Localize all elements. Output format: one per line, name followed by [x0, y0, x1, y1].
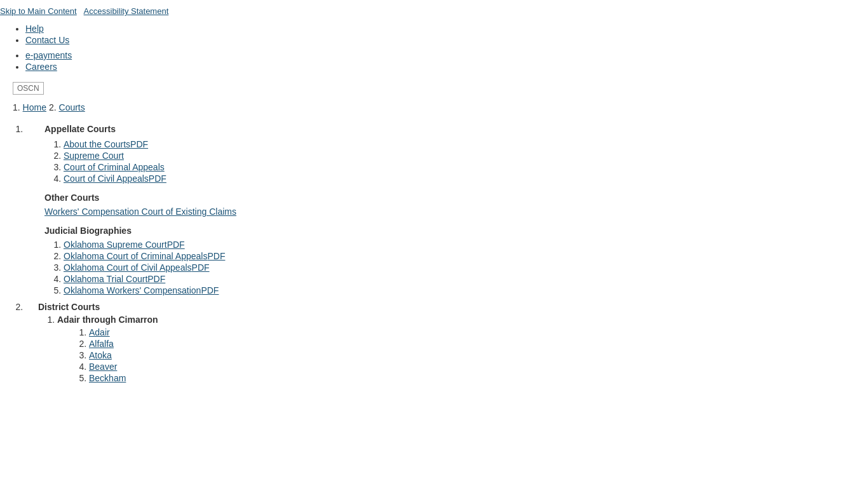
careers-link[interactable]: Careers: [25, 62, 57, 72]
appellate-link-item-3: Court of Criminal Appeals: [64, 162, 855, 172]
bio-link-item-2: Oklahoma Court of Criminal AppealsPDF: [64, 251, 855, 261]
logo-area: OSCN: [0, 77, 868, 100]
district-courts-heading: District Courts: [38, 302, 100, 312]
county-adair: Adair: [89, 327, 855, 337]
breadcrumb-home: Home: [13, 102, 46, 112]
nav-epayments-item: e-payments: [25, 50, 868, 60]
adair-cimarron-heading: Adair through Cimarron: [57, 315, 158, 325]
civil-appeals-link[interactable]: Court of Civil AppealsPDF: [64, 173, 166, 184]
adair-link[interactable]: Adair: [89, 327, 110, 337]
bio-criminal-appeals-link[interactable]: Oklahoma Court of Criminal AppealsPDF: [64, 251, 225, 261]
bio-link-item-5: Oklahoma Workers' CompensationPDF: [64, 285, 855, 295]
county-alfalfa: Alfalfa: [89, 339, 855, 349]
bio-trial-court-link[interactable]: Oklahoma Trial CourtPDF: [64, 274, 165, 284]
courts-section-list: Appellate Courts About the CourtsPDF Sup…: [13, 124, 855, 383]
site-logo: OSCN: [13, 82, 44, 95]
main-content: Appellate Courts About the CourtsPDF Sup…: [0, 124, 868, 396]
accessibility-statement-link[interactable]: Accessibility Statement: [84, 6, 169, 16]
breadcrumb-home-link[interactable]: Home: [23, 102, 46, 112]
appellate-link-item-2: Supreme Court: [64, 151, 855, 161]
top-nav-group1: Help Contact Us: [13, 24, 868, 45]
other-courts-heading: Other Courts: [44, 193, 855, 203]
county-atoka: Atoka: [89, 350, 855, 360]
county-beaver: Beaver: [89, 362, 855, 372]
nav-help-item: Help: [25, 24, 868, 34]
beaver-link[interactable]: Beaver: [89, 362, 117, 372]
top-nav-group2: e-payments Careers: [13, 50, 868, 72]
appellate-courts-heading: Appellate Courts: [44, 124, 116, 134]
appellate-links-list: About the CourtsPDF Supreme Court Co: [44, 139, 855, 184]
workers-comp-link[interactable]: Workers' Compensation Court of Existing …: [44, 207, 236, 217]
about-courts-link[interactable]: About the CourtsPDF: [64, 139, 148, 149]
atoka-link[interactable]: Atoka: [89, 350, 112, 360]
judicial-bio-heading: Judicial Biographies: [44, 226, 855, 236]
appellate-courts-section: Appellate Courts About the CourtsPDF Sup…: [25, 124, 855, 295]
skip-links: Skip to Main Content Accessibility State…: [0, 0, 868, 21]
bio-link-item-1: Oklahoma Supreme CourtPDF: [64, 240, 855, 250]
nav-careers-item: Careers: [25, 62, 868, 72]
appellate-link-item-1: About the CourtsPDF: [64, 139, 855, 149]
bio-supreme-court-link[interactable]: Oklahoma Supreme CourtPDF: [64, 240, 185, 250]
appellate-link-item-4: Court of Civil AppealsPDF: [64, 173, 855, 184]
county-beckham: Beckham: [89, 373, 855, 383]
adair-cimarron-item: Adair through Cimarron Adair Alfalfa Ato…: [57, 315, 855, 383]
appellate-courts-heading-item: Appellate Courts About the CourtsPDF Sup…: [44, 124, 855, 295]
bio-link-item-3: Oklahoma Court of Civil AppealsPDF: [64, 262, 855, 273]
alfalfa-link[interactable]: Alfalfa: [89, 339, 114, 349]
district-subheading-list: Adair through Cimarron Adair Alfalfa Ato…: [38, 315, 855, 383]
bio-link-item-4: Oklahoma Trial CourtPDF: [64, 274, 855, 284]
beckham-link[interactable]: Beckham: [89, 373, 126, 383]
county-list: Adair Alfalfa Atoka Beaver: [57, 327, 855, 383]
breadcrumb-courts-link[interactable]: Courts: [59, 102, 85, 112]
epayments-link[interactable]: e-payments: [25, 50, 72, 60]
breadcrumb-courts: Courts: [49, 102, 85, 112]
contact-us-link[interactable]: Contact Us: [25, 35, 69, 45]
skip-main-content-link[interactable]: Skip to Main Content: [0, 6, 77, 16]
bio-workers-comp-link[interactable]: Oklahoma Workers' CompensationPDF: [64, 285, 219, 295]
district-courts-section: District Courts Adair through Cimarron A…: [25, 302, 855, 383]
breadcrumb: Home Courts: [0, 100, 868, 118]
bio-links-list: Oklahoma Supreme CourtPDF Oklahoma Court…: [44, 240, 855, 295]
appellate-courts-list-wrapper: Appellate Courts About the CourtsPDF Sup…: [38, 124, 855, 295]
top-navigation: Help Contact Us e-payments Careers: [0, 21, 868, 77]
criminal-appeals-link[interactable]: Court of Criminal Appeals: [64, 162, 165, 172]
help-link[interactable]: Help: [25, 24, 44, 34]
bio-civil-appeals-link[interactable]: Oklahoma Court of Civil AppealsPDF: [64, 262, 210, 273]
supreme-court-link[interactable]: Supreme Court: [64, 151, 124, 161]
nav-contact-item: Contact Us: [25, 35, 868, 45]
